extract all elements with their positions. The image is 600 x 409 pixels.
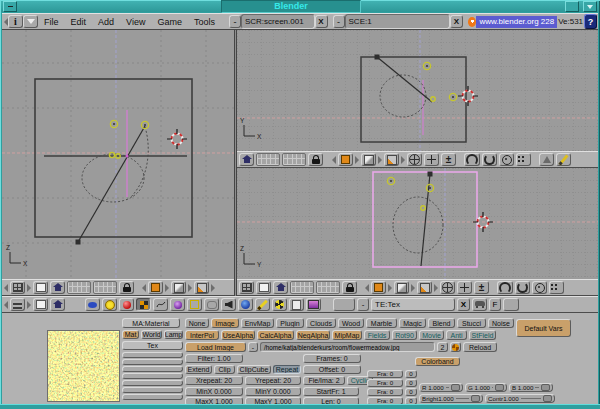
rotate-trackball-button[interactable] (515, 281, 530, 294)
flag-mipmap-button[interactable]: MipMap (332, 330, 362, 340)
pivot-next-icon[interactable] (434, 284, 438, 292)
auto-name-button[interactable] (472, 298, 487, 311)
viewport-front-canvas[interactable]: Z X (2, 30, 234, 279)
titlebar-menu-button[interactable] (3, 1, 17, 12)
type-marble-button[interactable]: Marble (366, 318, 397, 328)
window-titlebar[interactable]: Blender (1, 1, 599, 12)
constraint-buttons-tab[interactable] (204, 298, 219, 311)
fullscreen-button[interactable] (33, 298, 48, 311)
type-none-button[interactable]: None (185, 318, 209, 328)
texture-channel-slot[interactable] (122, 373, 183, 379)
titlebar-maximize-button[interactable] (565, 1, 579, 12)
slider-knob[interactable] (543, 395, 552, 402)
viewport-side[interactable]: Z Y (237, 168, 598, 279)
screen-name-field[interactable]: SCR:screen.001 (241, 14, 315, 29)
shading-button[interactable] (361, 153, 376, 166)
radiosity-buttons-tab[interactable] (272, 298, 287, 311)
layer-buttons[interactable] (282, 153, 306, 166)
mode-next-icon[interactable] (355, 156, 359, 164)
pivot-button[interactable] (194, 281, 209, 294)
draw-mode-button[interactable] (371, 281, 386, 294)
flag-calcalpha-button[interactable]: CalcAlpha (257, 330, 294, 340)
camera-object[interactable] (76, 126, 145, 244)
flag-rot90-button[interactable]: Rot90 (392, 330, 417, 340)
mode-prev-icon[interactable] (142, 284, 146, 292)
layer-buttons[interactable] (256, 153, 280, 166)
fra-number-field[interactable]: Fra: 0 (367, 370, 403, 378)
texture-channel-slot[interactable] (122, 394, 183, 400)
flag-usealpha-button[interactable]: UseAlpha (221, 330, 255, 340)
menu-game[interactable]: Game (151, 17, 188, 27)
menu-edit[interactable]: Edit (65, 17, 93, 27)
flag-movie-button[interactable]: Movie (419, 330, 444, 340)
mode-next-icon[interactable] (165, 284, 169, 292)
pack-image-button[interactable] (450, 342, 461, 352)
type-envmap-button[interactable]: EnvMap (241, 318, 274, 328)
home-button[interactable] (50, 281, 65, 294)
load-image-button[interactable]: Load Image (185, 342, 246, 352)
view-buttons-tab[interactable] (85, 298, 100, 311)
texture-browse-button[interactable]: - (357, 298, 369, 311)
help-button[interactable]: ? (584, 14, 597, 29)
clip-button[interactable]: Clip (214, 365, 235, 374)
filter-number-field[interactable]: Filter: 1.00 (185, 354, 243, 363)
slider-bright[interactable]: Bright1.000 (419, 394, 483, 403)
window-type-button[interactable] (239, 281, 254, 294)
fra-number-field[interactable]: Fra: 0 (367, 379, 403, 387)
cursor-3d[interactable] (167, 129, 187, 149)
frames-number-field[interactable]: Frames: 0 (303, 354, 361, 363)
layer-buttons[interactable] (67, 281, 91, 294)
image-users-button[interactable]: 2 (437, 342, 448, 352)
scene-delete-button[interactable]: X (450, 15, 463, 28)
center-view-button[interactable] (499, 153, 514, 166)
realtime-buttons-tab[interactable] (170, 298, 185, 311)
layer-buttons[interactable] (93, 281, 117, 294)
slider-contr[interactable]: Contr1.000 (485, 394, 555, 403)
header-scroll-right-icon[interactable] (27, 301, 31, 309)
shading-next-icon[interactable] (188, 284, 192, 292)
mode-prev-icon[interactable] (332, 156, 336, 164)
home-button[interactable] (273, 281, 288, 294)
extend-button[interactable]: Extend (185, 365, 212, 374)
blank-button[interactable] (503, 298, 519, 311)
global-local-button[interactable] (440, 281, 455, 294)
shading-next-icon[interactable] (378, 156, 382, 164)
pivot-button[interactable] (417, 281, 432, 294)
slider-knob[interactable] (471, 395, 480, 402)
minx-number-field[interactable]: MinX 0.000 (185, 387, 243, 396)
menu-file[interactable]: File (38, 17, 65, 27)
vertex-paint-button[interactable] (556, 153, 571, 166)
pivot-button[interactable] (384, 153, 399, 166)
startfr-number-field[interactable]: StartFr: 1 (303, 387, 359, 396)
proportional-edit-button[interactable] (516, 153, 531, 166)
menu-tools[interactable]: Tools (188, 17, 221, 27)
scene-browse-button[interactable]: - (333, 15, 345, 28)
viewport-top-canvas[interactable]: Y X (237, 30, 598, 151)
screen-delete-button[interactable]: X (315, 15, 328, 28)
fra-value-field[interactable]: 0 (405, 379, 417, 387)
flag-anti-button[interactable]: Anti (446, 330, 467, 340)
script-buttons-tab[interactable] (289, 298, 304, 311)
screen-browse-button[interactable]: - (229, 15, 241, 28)
world-buttons-tab[interactable] (238, 298, 253, 311)
miny-number-field[interactable]: MinY 0.000 (245, 387, 301, 396)
type-plugin-button[interactable]: Plugin (276, 318, 304, 328)
mode-prev-icon[interactable] (365, 284, 369, 292)
scene-name-field[interactable]: SCE:1 (345, 14, 451, 29)
fra-value-field[interactable]: 0 (405, 370, 417, 378)
fake-user-button[interactable]: F (489, 298, 501, 311)
texture-name-field[interactable]: TE:Tex (371, 298, 455, 311)
viewport-front[interactable]: Z X (2, 30, 234, 279)
center-view-button[interactable] (532, 281, 547, 294)
clipcube-button[interactable]: ClipCube (237, 365, 271, 374)
face-select-button[interactable] (539, 153, 554, 166)
fra-value-field[interactable]: 0 (405, 388, 417, 396)
website-link[interactable]: www.blender.org 228 (476, 16, 557, 28)
type-noise-button[interactable]: Noise (488, 318, 514, 328)
flag-interpol-button[interactable]: InterPol (185, 330, 219, 340)
translate-button[interactable] (457, 281, 472, 294)
sound-buttons-tab[interactable] (221, 298, 236, 311)
slider-r[interactable]: R 1.000 (419, 383, 463, 392)
type-wood-button[interactable]: Wood (338, 318, 364, 328)
slider-knob[interactable] (451, 384, 460, 391)
